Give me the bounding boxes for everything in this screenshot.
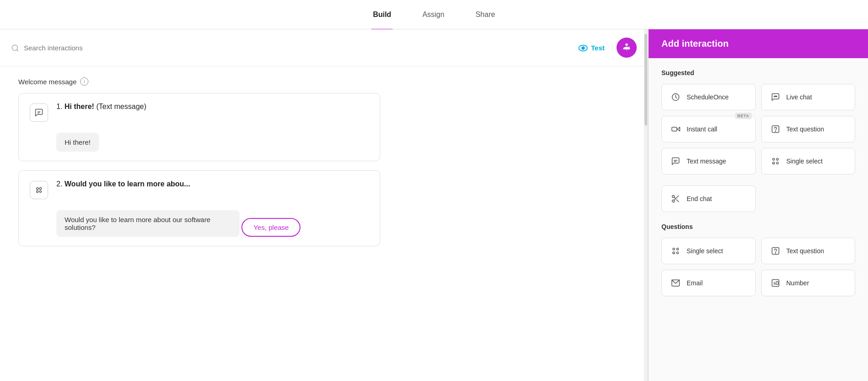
- single-select-icon-wrap: [30, 181, 48, 199]
- suggested-section-label: Suggested: [661, 69, 855, 76]
- content-area: Welcome message i 1. Hi there! (Text mes…: [0, 66, 399, 267]
- schedule-once-label: ScheduleOnce: [687, 93, 729, 101]
- message-lines-icon: [669, 155, 682, 168]
- card-title-would-you-like: 2. Would you like to learn more abou...: [56, 180, 190, 188]
- text-message-label: Text message: [687, 158, 726, 165]
- add-interaction-header: Add interaction: [649, 29, 868, 58]
- test-button[interactable]: Test: [578, 43, 605, 53]
- card-bold-2: Would you like to learn more abou...: [65, 180, 190, 188]
- svg-line-28: [674, 197, 676, 199]
- welcome-section-header: Welcome message i: [18, 77, 380, 86]
- card-header-hi-there: 1. Hi there! (Text message): [19, 93, 380, 131]
- right-panel-body: Suggested ScheduleOnce: [649, 58, 868, 318]
- interaction-item-text-question-questions[interactable]: Text question: [761, 238, 856, 264]
- test-label: Test: [591, 44, 605, 52]
- svg-line-1: [16, 49, 18, 51]
- would-you-like-bubble: Would you like to learn more about our s…: [56, 210, 240, 237]
- interaction-item-instant-call[interactable]: BETA Instant call: [661, 116, 756, 142]
- card-bold-1: Hi there!: [65, 103, 94, 110]
- interaction-item-text-question[interactable]: Text question: [761, 116, 856, 142]
- interaction-item-single-select-questions[interactable]: Single select: [661, 238, 756, 264]
- card-header-would-you-like: 2. Would you like to learn more abou...: [19, 171, 380, 208]
- svg-point-13: [776, 96, 777, 97]
- email-label: Email: [687, 279, 703, 287]
- svg-point-31: [673, 252, 675, 254]
- envelope-icon: [669, 277, 682, 289]
- card-title-hi-there: 1. Hi there! (Text message): [56, 103, 147, 111]
- main-layout: Test Welcome message i: [0, 29, 868, 381]
- interaction-item-text-message[interactable]: Text message: [661, 148, 756, 174]
- svg-point-11: [774, 96, 775, 97]
- interaction-item-end-chat[interactable]: End chat: [661, 185, 756, 212]
- tab-share[interactable]: Share: [474, 7, 497, 22]
- search-bar: Test: [0, 29, 648, 66]
- suggested-items-grid: ScheduleOnce Live chat: [661, 84, 855, 174]
- live-chat-label: Live chat: [786, 93, 812, 101]
- svg-rect-14: [672, 127, 677, 131]
- scrollbar-thumb[interactable]: [644, 34, 647, 125]
- svg-marker-15: [677, 127, 680, 131]
- svg-point-22: [772, 162, 774, 164]
- card-body-would-you-like: Would you like to learn more about our s…: [19, 208, 380, 246]
- question-text-q-icon: [769, 245, 782, 257]
- scrollbar[interactable]: [644, 29, 648, 381]
- text-question-questions-label: Text question: [786, 247, 824, 255]
- svg-point-29: [673, 248, 675, 250]
- info-icon[interactable]: i: [80, 77, 88, 86]
- interaction-card-hi-there: 1. Hi there! (Text message) Hi there!: [18, 93, 380, 161]
- avatar-button[interactable]: [617, 38, 637, 58]
- end-chat-row: End chat: [661, 185, 855, 212]
- single-select-suggested-label: Single select: [786, 158, 823, 165]
- beta-badge: BETA: [735, 113, 752, 119]
- svg-point-20: [772, 158, 774, 160]
- instant-call-label: Instant call: [687, 125, 717, 133]
- svg-point-3: [582, 47, 585, 49]
- svg-point-12: [775, 96, 776, 97]
- welcome-title: Welcome message: [18, 78, 76, 86]
- svg-point-9: [39, 190, 41, 192]
- video-icon: [669, 123, 682, 136]
- svg-point-17: [775, 131, 775, 131]
- left-panel: Test Welcome message i: [0, 29, 648, 381]
- card-suffix-1: (Text message): [94, 103, 147, 110]
- svg-point-21: [776, 158, 778, 160]
- interaction-item-schedule-once[interactable]: ScheduleOnce: [661, 84, 756, 110]
- interaction-item-email[interactable]: Email: [661, 270, 756, 296]
- interaction-item-single-select-suggested[interactable]: Single select: [761, 148, 856, 174]
- number-label: Number: [786, 279, 809, 287]
- clock-icon: [669, 91, 682, 103]
- interaction-item-live-chat[interactable]: Live chat: [761, 84, 856, 110]
- text-question-suggested-label: Text question: [786, 125, 824, 133]
- svg-point-23: [776, 162, 778, 164]
- grid-four-q-icon: [669, 245, 682, 257]
- svg-point-6: [37, 188, 38, 190]
- svg-point-30: [677, 248, 678, 250]
- search-icon: [11, 43, 19, 53]
- top-navigation: Build Assign Share: [0, 0, 868, 29]
- card-number-2: 2.: [56, 180, 65, 188]
- text-message-icon-wrap: [30, 103, 48, 122]
- search-input[interactable]: [24, 44, 573, 52]
- tab-build[interactable]: Build: [371, 7, 393, 22]
- yes-please-button[interactable]: Yes, please: [241, 218, 300, 237]
- questions-section-label: Questions: [661, 223, 855, 230]
- eye-icon: [578, 43, 588, 53]
- hi-there-bubble: Hi there!: [56, 133, 99, 152]
- tab-assign[interactable]: Assign: [420, 7, 446, 22]
- card-number-1: 1.: [56, 103, 65, 110]
- questions-items-grid: Single select Text question: [661, 238, 855, 296]
- grid-four-icon: [769, 155, 782, 168]
- svg-point-32: [677, 252, 678, 254]
- end-chat-label: End chat: [687, 195, 712, 202]
- number-box-icon: 5: [769, 277, 782, 289]
- chat-bubble-icon: [769, 91, 782, 103]
- card-body-hi-there: Hi there!: [19, 131, 380, 161]
- interaction-item-number[interactable]: 5 Number: [761, 270, 856, 296]
- svg-point-7: [39, 188, 41, 190]
- svg-rect-38: [776, 282, 778, 285]
- svg-text:5: 5: [773, 281, 775, 286]
- question-text-icon: [769, 123, 782, 136]
- scissors-icon: [669, 192, 682, 205]
- svg-point-8: [37, 190, 38, 192]
- single-select-questions-label: Single select: [687, 247, 723, 255]
